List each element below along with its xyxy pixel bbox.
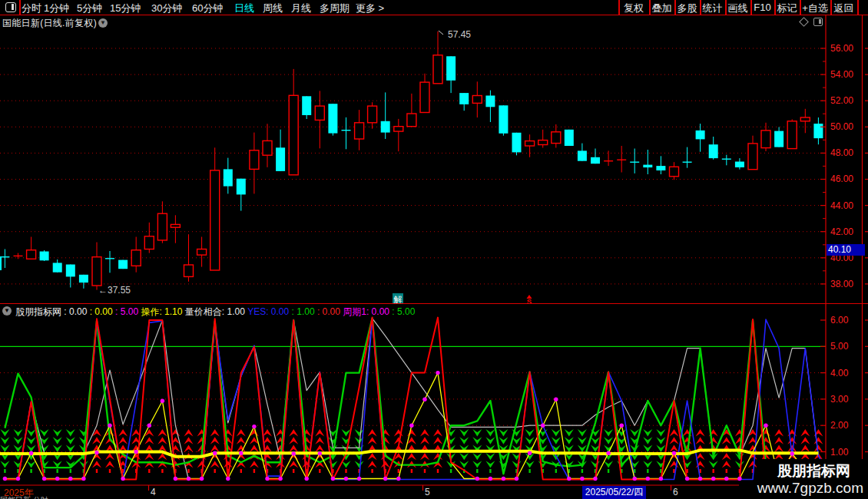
svg-text:解: 解 <box>394 295 403 304</box>
svg-text:S: S <box>527 297 532 306</box>
svg-text:←37.55: ←37.55 <box>98 285 131 296</box>
svg-text:57.45: 57.45 <box>448 29 471 40</box>
